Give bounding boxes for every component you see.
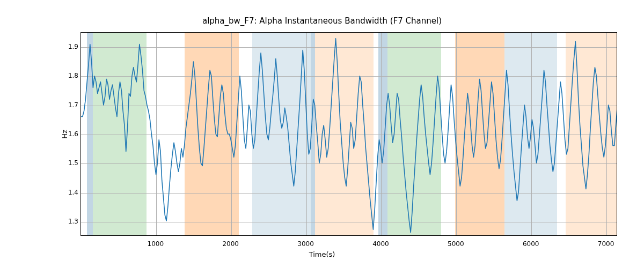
figure: alpha_bw_F7: Alpha Instantaneous Bandwid…	[0, 0, 644, 268]
x-tick-label: 1000	[148, 240, 164, 248]
x-tick-label: 2000	[222, 240, 239, 248]
x-tick-label: 4000	[372, 240, 389, 248]
chart-title: alpha_bw_F7: Alpha Instantaneous Bandwid…	[0, 16, 644, 26]
x-tick-label: 7000	[598, 240, 614, 248]
plot-area	[80, 32, 617, 236]
y-tick-label: 1.4	[63, 189, 78, 196]
series-line	[81, 39, 617, 233]
x-tick-label: 5000	[448, 240, 464, 248]
x-axis-label: Time(s)	[0, 250, 644, 258]
x-tick-label: 3000	[297, 240, 314, 248]
x-tick-label: 6000	[523, 240, 539, 248]
y-tick-label: 1.3	[63, 218, 78, 225]
y-tick-label: 1.5	[63, 159, 78, 167]
data-line	[81, 33, 617, 235]
y-tick-label: 1.8	[63, 72, 78, 79]
y-tick-label: 1.9	[63, 43, 78, 50]
y-tick-label: 1.7	[63, 101, 78, 109]
y-tick-label: 1.6	[63, 130, 78, 138]
